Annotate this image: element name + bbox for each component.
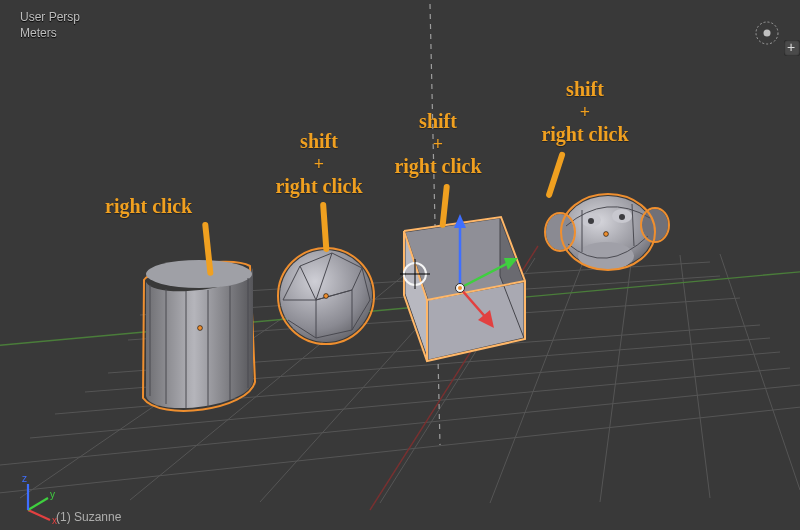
svg-point-55 — [458, 286, 462, 290]
svg-line-2 — [0, 405, 800, 495]
axis-mini-gizmo: x y z — [22, 473, 57, 526]
origin-dot — [324, 294, 329, 299]
origin-dot — [198, 326, 203, 331]
relationship-line — [430, 4, 440, 445]
floor-grid — [0, 254, 800, 503]
origin-dot — [604, 232, 609, 237]
object-icosphere[interactable] — [278, 248, 374, 344]
axis-z-label: z — [22, 473, 27, 484]
svg-point-40 — [588, 218, 594, 224]
svg-line-18 — [720, 254, 800, 490]
scene-canvas: x y z — [0, 0, 800, 530]
axis-y-label: y — [50, 489, 55, 500]
svg-marker-49 — [454, 214, 466, 228]
3d-viewport[interactable]: User Persp Meters (1) Suzanne + — [0, 0, 800, 530]
svg-line-3 — [0, 385, 800, 465]
svg-line-16 — [600, 256, 632, 502]
svg-line-57 — [28, 498, 48, 510]
svg-line-17 — [680, 255, 710, 498]
svg-point-41 — [619, 214, 625, 220]
object-cylinder[interactable] — [143, 260, 255, 411]
svg-point-21 — [146, 260, 252, 288]
svg-line-56 — [28, 510, 50, 520]
object-suzanne[interactable] — [545, 194, 669, 270]
axis-x-label: x — [52, 515, 57, 526]
